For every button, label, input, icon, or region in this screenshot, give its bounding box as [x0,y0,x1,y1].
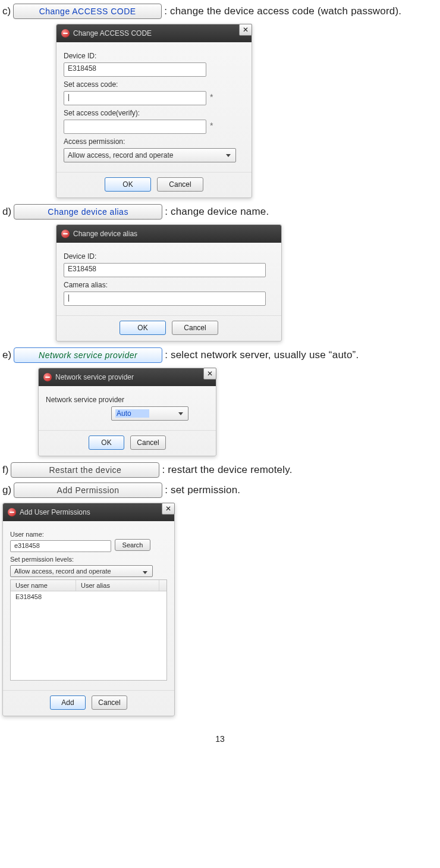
ok-button[interactable]: OK [105,177,151,192]
item-desc-d: : change device name. [165,206,269,218]
required-star: * [210,121,213,130]
nsp-select[interactable]: Auto [111,406,188,421]
item-letter-f: f) [2,464,8,476]
item-desc-c: : change the device access code (watch p… [164,5,401,17]
device-id-field[interactable]: E318458 [64,62,206,77]
device-id-field[interactable]: E318458 [64,263,266,277]
permission-levels-value: Allow access, record and operate [14,568,111,575]
table-row[interactable]: E318458 [11,591,166,602]
ok-button[interactable]: OK [120,321,166,335]
item-desc-e: : select network server, usually use “au… [165,349,359,361]
close-icon[interactable]: ✕ [239,24,252,36]
dialog-title: Network service provider [55,373,134,381]
item-desc-f: : restart the device remotely. [162,464,292,476]
item-letter-g: g) [2,484,11,496]
add-button[interactable]: Add [50,695,86,710]
dialog-title: Change ACCESS CODE [73,29,152,37]
network-service-provider-button[interactable]: Network service provider [14,347,162,363]
cell-user-alias [76,591,159,602]
restart-device-button[interactable]: Restart the device [11,462,159,478]
permission-levels-select[interactable]: Allow access, record and operate [10,565,153,577]
set-access-code-field[interactable]: | [64,91,206,105]
required-star: * [210,92,213,102]
cancel-button[interactable]: Cancel [172,321,218,335]
change-access-code-button[interactable]: Change ACCESS CODE [13,4,162,19]
access-permission-value: Allow access, record and operate [68,151,173,159]
dialog-title: Change device alias [73,230,137,238]
verify-access-code-label: Set access code(verify): [64,109,244,117]
permissions-table[interactable]: User name User alias E318458 [10,579,167,681]
item-letter-d: d) [2,206,11,218]
camera-alias-field[interactable]: | [64,292,266,306]
permission-levels-label: Set permission levels: [10,556,167,563]
access-permission-select[interactable]: Allow access, record and operate [64,148,236,162]
dialog-title: Add User Permissions [20,508,90,516]
col-user-alias: User alias [76,580,159,591]
col-user-name: User name [11,580,76,591]
close-icon[interactable]: ✕ [203,368,216,380]
cell-user-name: E318458 [11,591,76,602]
close-icon[interactable]: ✕ [162,503,175,515]
search-button[interactable]: Search [115,539,150,551]
cancel-button[interactable]: Cancel [92,695,127,710]
set-access-code-label: Set access code: [64,80,244,89]
page-number: 13 [2,734,438,744]
device-id-label: Device ID: [64,52,244,60]
device-id-label: Device ID: [64,252,274,261]
ok-button[interactable]: OK [89,435,124,450]
item-letter-e: e) [2,349,11,361]
app-icon [8,508,16,516]
cancel-button[interactable]: Cancel [157,177,203,192]
camera-alias-label: Camera alias: [64,281,274,289]
access-permission-label: Access permission: [64,137,244,146]
verify-access-code-field[interactable] [64,120,206,134]
app-icon [43,373,52,381]
nsp-value: Auto [115,409,149,418]
app-icon [61,29,70,37]
change-device-alias-button[interactable]: Change device alias [14,204,162,220]
item-desc-g: : set permission. [165,484,240,496]
cancel-button[interactable]: Cancel [130,435,166,450]
user-name-field[interactable]: e318458 [10,540,111,552]
user-name-label: User name: [10,531,167,538]
nsp-label: Network service provider [46,396,209,404]
add-permission-button[interactable]: Add Permission [14,482,162,498]
app-icon [61,230,70,238]
item-letter-c: c) [2,5,11,17]
